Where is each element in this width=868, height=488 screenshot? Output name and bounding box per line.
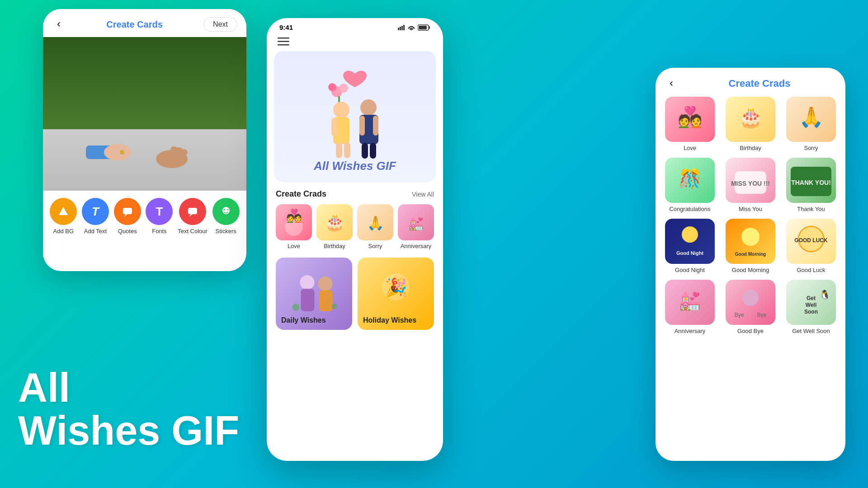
grid-label-good-night: Good Night — [675, 267, 705, 273]
phone3-header: Create Crads — [656, 68, 845, 97]
svg-rect-25 — [278, 44, 289, 46]
svg-point-33 — [360, 99, 377, 116]
grid-label-anniversary: Anniversary — [675, 328, 706, 334]
card-thumb-anniversary: 💒 — [398, 204, 434, 240]
svg-text:Bye: Bye — [757, 312, 767, 318]
grid-item-good-luck[interactable]: GOOD LUCK Good Luck — [784, 219, 838, 273]
quotes-tool[interactable]: Quotes — [114, 198, 141, 235]
svg-rect-16 — [400, 27, 401, 30]
big-cards-row: Daily Wishes 🎉 Holiday Wishes — [267, 258, 443, 337]
next-button[interactable]: Next — [203, 17, 237, 32]
svg-point-46 — [300, 275, 315, 290]
toolbar: Add BG T Add Text Quotes T Fonts — [43, 191, 246, 239]
svg-rect-10 — [188, 208, 197, 214]
svg-text:GOOD LUCK: GOOD LUCK — [794, 237, 828, 244]
big-card-holiday-label: Holiday Wishes — [363, 316, 416, 324]
card-anniversary[interactable]: 💒 Anniversary — [398, 204, 434, 249]
svg-point-13 — [223, 209, 225, 211]
grid-thumb-love: 💑 — [665, 97, 715, 142]
cards-row: 💑 Love 🎂 Birthday 🙏 Sorry 💒 A — [276, 204, 434, 249]
svg-point-27 — [339, 84, 348, 93]
svg-point-2 — [120, 150, 124, 154]
quotes-icon — [114, 198, 141, 225]
grid-item-congratulations[interactable]: 🎊 Congratulations — [663, 158, 717, 212]
card-thumb-love: 💑 — [276, 204, 312, 240]
grid-thumb-sorry: 🙏 — [786, 97, 836, 142]
grid-thumb-anniversary: 💒 — [665, 280, 715, 325]
grid-item-sorry[interactable]: 🙏 Sorry — [784, 97, 838, 151]
svg-marker-9 — [124, 214, 127, 217]
grid-item-get-well-soon[interactable]: Get Well Soon 🐧 Get Well Soon — [784, 280, 838, 334]
svg-text:💑: 💑 — [286, 208, 302, 223]
big-card-daily[interactable]: Daily Wishes — [276, 258, 352, 330]
grid-label-birthday: Birthday — [740, 145, 761, 151]
svg-rect-17 — [401, 26, 403, 30]
grid-thumb-congratulations: 🎊 — [665, 158, 715, 203]
grid-label-miss-you: Miss You — [739, 206, 762, 212]
grid-item-good-morning[interactable]: Good Morning Good Morning — [723, 219, 778, 273]
text-colour-tool[interactable]: Text Colour — [178, 198, 208, 235]
svg-text:🙏: 🙏 — [367, 215, 384, 231]
svg-text:💒: 💒 — [408, 216, 424, 231]
add-text-tool[interactable]: T Add Text — [82, 198, 109, 235]
text-colour-icon — [179, 198, 206, 225]
svg-rect-23 — [278, 38, 289, 39]
svg-rect-24 — [278, 41, 289, 42]
card-thumb-sorry: 🙏 — [357, 204, 393, 240]
svg-point-28 — [328, 83, 336, 91]
stickers-label: Stickers — [215, 228, 236, 235]
section-title: Create Crads — [276, 189, 326, 199]
grid-thumb-thank-you: THANK YOU! — [786, 158, 836, 203]
svg-point-6 — [170, 146, 178, 152]
svg-rect-49 — [319, 290, 333, 311]
grid-thumb-miss-you: MISS YOU !!! — [726, 158, 775, 203]
svg-point-64 — [741, 228, 760, 246]
stickers-icon — [212, 198, 240, 225]
grid-item-good-night[interactable]: Good Night Good Night — [663, 219, 717, 273]
grid-item-birthday[interactable]: 🎂 Birthday — [723, 97, 778, 151]
add-bg-icon — [50, 198, 77, 225]
svg-point-69 — [742, 290, 759, 306]
svg-text:THANK YOU!: THANK YOU! — [791, 179, 831, 186]
add-bg-tool[interactable]: Add BG — [50, 198, 77, 235]
create-crads-section: Create Crads View All 💑 Love 🎂 Birthday … — [267, 182, 443, 258]
view-all-link[interactable]: View All — [412, 191, 434, 198]
hero-title: All Wishes GIF — [314, 159, 396, 173]
add-bg-label: Add BG — [53, 228, 74, 235]
svg-point-48 — [318, 277, 333, 291]
svg-text:💑: 💑 — [678, 105, 703, 129]
status-time: 9:41 — [279, 23, 293, 31]
phone1-header: Create Cards Next — [43, 9, 246, 37]
grid-thumb-good-bye: Bye Bye — [726, 280, 775, 325]
svg-text:MISS YOU !!!: MISS YOU !!! — [731, 180, 770, 187]
big-card-holiday[interactable]: 🎉 Holiday Wishes — [358, 258, 434, 330]
stickers-tool[interactable]: Stickers — [212, 198, 240, 235]
grid-item-good-bye[interactable]: Bye Bye Good Bye — [723, 280, 778, 334]
menu-icon[interactable] — [267, 34, 443, 51]
grid-label-good-bye: Good Bye — [737, 328, 764, 334]
grid-item-anniversary[interactable]: 💒 Anniversary — [663, 280, 717, 334]
fonts-label: Fonts — [152, 228, 167, 235]
card-love[interactable]: 💑 Love — [276, 204, 312, 249]
svg-text:🎂: 🎂 — [325, 212, 345, 232]
grid-item-miss-you[interactable]: MISS YOU !!! Miss You — [723, 158, 778, 212]
add-text-label: Add Text — [84, 228, 107, 235]
phone3-back-button[interactable] — [665, 77, 678, 90]
status-icons — [398, 24, 430, 31]
card-birthday[interactable]: 🎂 Birthday — [316, 204, 353, 249]
back-button[interactable] — [52, 18, 66, 31]
quotes-label: Quotes — [118, 228, 137, 235]
card-label-anniversary: Anniversary — [401, 243, 432, 249]
card-sorry[interactable]: 🙏 Sorry — [357, 204, 393, 249]
phone3-grid: 💑 Love 🎂 Birthday 🙏 Sorry 🎊 Congratulati… — [656, 97, 845, 334]
svg-rect-32 — [331, 118, 337, 136]
phone1-title: Create Cards — [106, 19, 163, 30]
grid-thumb-birthday: 🎂 — [726, 97, 775, 142]
fonts-tool[interactable]: T Fonts — [146, 198, 173, 235]
svg-text:Bye: Bye — [735, 312, 744, 318]
hero-section: All Wishes GIF — [274, 51, 436, 182]
grid-item-thank-you[interactable]: THANK YOU! Thank You — [784, 158, 838, 212]
phone3-create-crads: Create Crads 💑 Love 🎂 Birthday 🙏 Sorry 🎊 — [656, 68, 845, 461]
svg-rect-22 — [429, 26, 430, 29]
grid-item-love[interactable]: 💑 Love — [663, 97, 717, 151]
